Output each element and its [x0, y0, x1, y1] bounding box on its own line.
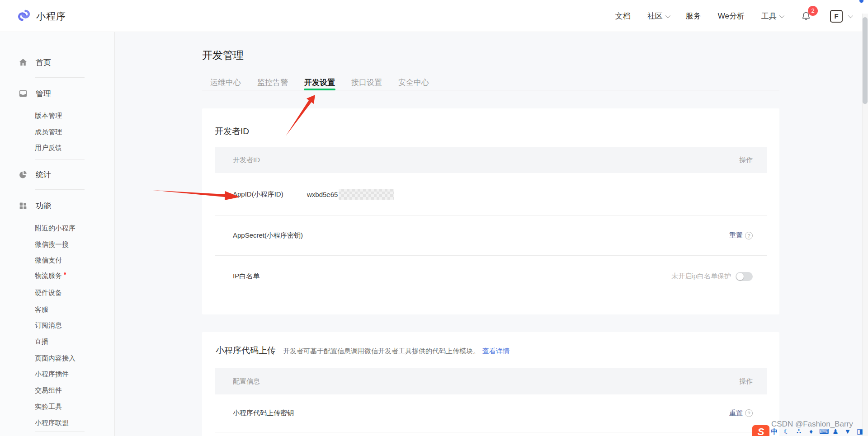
sidebar-item-label: 交易组件	[35, 386, 62, 395]
sidebar-item-wechat-pay[interactable]: 微信支付	[35, 255, 62, 266]
table-header-actions: 操作	[739, 377, 753, 386]
developer-id-card: 开发者ID 开发者ID 操作 AppID(小程序ID) wxbd5e65 App…	[202, 108, 779, 314]
sidebar-item-version-manage[interactable]: 版本管理	[35, 110, 62, 121]
sidebar-item-wechat-search[interactable]: 微信搜一搜	[35, 239, 69, 250]
sidebar-item-stats[interactable]: 统计	[18, 168, 51, 181]
table-header-actions: 操作	[739, 156, 753, 164]
developer-id-rows: AppID(小程序ID) wxbd5e65 AppSecret(小程序密钥) 重…	[215, 173, 767, 297]
sidebar-divider	[35, 159, 85, 159]
sidebar-item-label: 微信搜一搜	[35, 240, 69, 249]
table-header-left: 开发者ID	[233, 156, 260, 164]
nav-services[interactable]: 服务	[686, 11, 701, 21]
tab-monitor-alert[interactable]: 监控告警	[257, 75, 288, 90]
sidebar-item-page-content[interactable]: 页面内容接入	[35, 353, 75, 364]
nav-docs[interactable]: 文档	[615, 11, 631, 21]
ime-person-icon: ♟	[831, 427, 840, 436]
sidebar-item-label: 成员管理	[35, 128, 62, 136]
appsecret-label: AppSecret(小程序密钥)	[233, 231, 307, 240]
sidebar-item-nearby-miniprograms[interactable]: 附近的小程序	[35, 223, 75, 234]
view-details-link[interactable]: 查看详情	[482, 347, 509, 356]
ime-dots-icon: ∴	[795, 427, 803, 436]
chevron-down-icon	[665, 13, 670, 18]
sidebar-item-miniprogram-union[interactable]: 小程序联盟	[35, 417, 69, 428]
sidebar-item-label: 订阅消息	[35, 321, 62, 330]
nav-tools[interactable]: 工具	[761, 11, 783, 21]
tab-bar: 运维中心 监控告警 开发设置 接口设置 安全中心	[202, 75, 779, 90]
sidebar-item-label: 小程序联盟	[35, 419, 69, 427]
logo-text: 小程序	[36, 10, 66, 23]
sidebar: 首页 管理 版本管理 成员管理 用户反馈 统计	[0, 32, 115, 436]
sidebar-item-subscribe-message[interactable]: 订阅消息	[35, 320, 62, 331]
inbox-icon	[18, 89, 28, 98]
tab-ops-center[interactable]: 运维中心	[210, 75, 241, 90]
top-navigation: 文档 社区 服务 We分析 工具 2	[615, 0, 852, 32]
grid-icon	[18, 201, 28, 211]
ime-keyboard-icon: ⌨	[819, 427, 827, 436]
reset-appsecret-link[interactable]: 重置	[729, 231, 743, 240]
sidebar-item-label: 硬件设备	[35, 289, 62, 297]
sidebar-item-plugins[interactable]: 小程序插件	[35, 369, 69, 380]
scrollbar-track[interactable]	[862, 14, 868, 436]
sidebar-item-label: 用户反馈	[35, 144, 62, 152]
sidebar-divider	[35, 189, 85, 190]
sidebar-item-trade-components[interactable]: 交易组件	[35, 385, 62, 396]
ime-mic-icon: ♦	[807, 427, 815, 436]
notification-badge[interactable]: 2	[808, 6, 818, 16]
sidebar-item-customer-service[interactable]: 客服	[35, 304, 48, 315]
tab-dev-settings[interactable]: 开发设置	[304, 75, 335, 90]
account-menu[interactable]: F	[830, 10, 852, 23]
help-icon[interactable]: ?	[745, 409, 753, 417]
sidebar-divider	[35, 431, 85, 431]
ip-whitelist-label: IP白名单	[233, 272, 307, 281]
sidebar-item-user-feedback[interactable]: 用户反馈	[35, 142, 62, 153]
sidebar-item-features[interactable]: 功能	[18, 199, 51, 212]
code-upload-rows: 小程序代码上传密钥 重置 ?	[215, 394, 767, 432]
notification-bell[interactable]: 2	[800, 9, 813, 23]
sidebar-item-manage[interactable]: 管理	[18, 87, 51, 100]
sidebar-item-live[interactable]: 直播	[35, 336, 48, 347]
sidebar-item-label: 物流服务	[35, 272, 62, 280]
nav-community-label: 社区	[647, 11, 663, 21]
nav-community[interactable]: 社区	[647, 11, 669, 21]
tab-api-settings[interactable]: 接口设置	[351, 75, 382, 90]
sidebar-item-experiment-tools[interactable]: 实验工具	[35, 401, 62, 412]
appid-masked-value	[339, 189, 394, 200]
wechat-miniprogram-console: 小程序 文档 社区 服务 We分析 工具	[0, 0, 868, 436]
appid-value: wxbd5e65	[307, 191, 338, 198]
table-header-left: 配置信息	[233, 377, 260, 386]
appid-row: AppID(小程序ID) wxbd5e65	[215, 173, 767, 216]
ip-whitelist-status: 未开启ip白名单保护	[671, 272, 731, 281]
watermark-text: CSDN @Fashion_Barry	[771, 420, 853, 429]
sidebar-item-member-manage[interactable]: 成员管理	[35, 127, 62, 137]
sidebar-divider	[35, 77, 85, 78]
sidebar-item-hardware[interactable]: 硬件设备	[35, 287, 62, 298]
upload-key-label: 小程序代码上传密钥	[233, 409, 294, 417]
upload-key-row: 小程序代码上传密钥 重置 ?	[215, 394, 767, 432]
sidebar-item-label: 直播	[35, 338, 48, 346]
ip-whitelist-toggle[interactable]	[736, 272, 753, 281]
sidebar-item-label: 版本管理	[35, 112, 62, 120]
sidebar-item-label: 附近的小程序	[35, 224, 75, 233]
nav-we-analytics[interactable]: We分析	[718, 11, 745, 21]
code-upload-description: 开发者可基于配置信息调用微信开发者工具提供的代码上传模块。	[283, 347, 480, 356]
sidebar-item-home[interactable]: 首页	[18, 56, 51, 69]
sidebar-item-label: 微信支付	[35, 256, 62, 265]
tab-security-center[interactable]: 安全中心	[398, 75, 429, 90]
reset-upload-key-link[interactable]: 重置	[729, 409, 743, 417]
sidebar-item-manage-label: 管理	[36, 89, 51, 99]
sidebar-item-label: 实验工具	[35, 403, 62, 411]
scrollbar-thumb[interactable]	[863, 17, 868, 104]
code-upload-table-header: 配置信息 操作	[215, 368, 767, 394]
sidebar-item-home-label: 首页	[36, 57, 51, 68]
sidebar-item-logistics[interactable]: 物流服务	[35, 270, 66, 281]
code-upload-title-row: 小程序代码上传 开发者可基于配置信息调用微信开发者工具提供的代码上传模块。 查看…	[216, 345, 509, 356]
ime-shirt-icon: ▼	[844, 427, 852, 436]
toggle-knob	[736, 273, 744, 280]
miniprogram-logo[interactable]: 小程序	[17, 0, 66, 32]
help-icon[interactable]: ?	[745, 232, 753, 239]
ime-moon-icon: ☾	[783, 427, 791, 436]
nav-tools-label: 工具	[761, 11, 777, 21]
top-header: 小程序 文档 社区 服务 We分析 工具	[0, 0, 868, 32]
avatar[interactable]: F	[830, 10, 843, 23]
ime-toolbar: 中 ☾ ∴ ♦ ⌨ ♟ ▼ ◨	[770, 427, 864, 436]
